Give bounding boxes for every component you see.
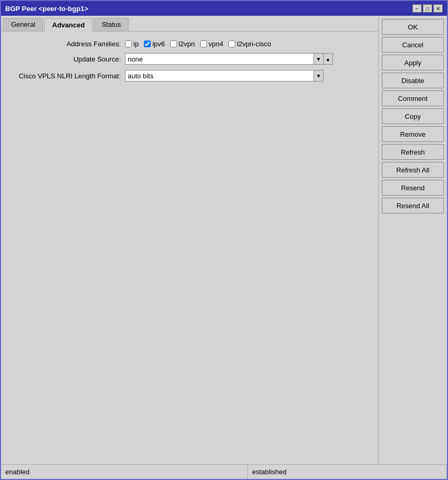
form-area: Address Families: ip ipv6 l2vpn xyxy=(1,32,378,257)
disable-button[interactable]: Disable xyxy=(382,73,444,88)
checkbox-vpn4[interactable]: vpn4 xyxy=(200,40,223,48)
cisco-vpls-row: Cisco VPLS NLRI Length Format: auto bits… xyxy=(5,70,374,81)
right-panel: OK Cancel Apply Disable Comment Copy Rem… xyxy=(379,16,447,464)
refresh-all-button[interactable]: Refresh All xyxy=(382,162,444,178)
checkbox-l2vpn-cisco-input[interactable] xyxy=(228,40,235,47)
cisco-vpls-select[interactable]: auto bits xyxy=(125,70,314,81)
address-families-label: Address Families: xyxy=(5,40,121,48)
status-established-text: established xyxy=(252,468,287,476)
update-source-label: Update Source: xyxy=(5,55,121,63)
refresh-button[interactable]: Refresh xyxy=(382,144,444,160)
content-area xyxy=(1,257,378,465)
status-bar: enabled established xyxy=(1,464,447,479)
update-source-select-wrapper: none ▼ ▲ xyxy=(125,53,333,65)
address-families-row: Address Families: ip ipv6 l2vpn xyxy=(5,40,374,48)
ok-button[interactable]: OK xyxy=(382,19,444,35)
checkbox-ip-input[interactable] xyxy=(125,40,132,47)
main-content: General Advanced Status Address Families… xyxy=(1,16,447,464)
update-source-up-btn[interactable]: ▲ xyxy=(324,53,333,65)
address-families-checkboxes: ip ipv6 l2vpn vpn4 xyxy=(125,40,271,48)
copy-button[interactable]: Copy xyxy=(382,108,444,124)
status-right: established xyxy=(248,465,447,479)
cisco-vpls-select-wrapper: auto bits ▼ xyxy=(125,70,324,81)
apply-button[interactable]: Apply xyxy=(382,55,444,70)
resend-all-button[interactable]: Resend All xyxy=(382,198,444,213)
minimize-button[interactable]: − xyxy=(412,4,422,13)
comment-button[interactable]: Comment xyxy=(382,90,444,106)
main-window: BGP Peer <peer-to-bgp1> − □ ✕ General Ad… xyxy=(0,0,448,480)
left-panel: General Advanced Status Address Families… xyxy=(1,16,379,464)
status-enabled-text: enabled xyxy=(5,468,29,476)
tab-bar: General Advanced Status xyxy=(1,16,378,32)
update-source-select[interactable]: none xyxy=(125,53,314,65)
checkbox-ip[interactable]: ip xyxy=(125,40,139,48)
remove-button[interactable]: Remove xyxy=(382,126,444,142)
maximize-button[interactable]: □ xyxy=(423,4,432,13)
tab-general[interactable]: General xyxy=(3,18,43,31)
checkbox-l2vpn[interactable]: l2vpn xyxy=(170,40,195,48)
cisco-vpls-label: Cisco VPLS NLRI Length Format: xyxy=(5,72,121,80)
tab-advanced[interactable]: Advanced xyxy=(44,18,92,32)
checkbox-vpn4-input[interactable] xyxy=(200,40,207,47)
resend-button[interactable]: Resend xyxy=(382,180,444,196)
update-source-row: Update Source: none ▼ ▲ xyxy=(5,53,374,65)
cisco-vpls-dropdown-btn[interactable]: ▼ xyxy=(314,70,324,81)
checkbox-ipv6-input[interactable] xyxy=(144,40,151,47)
close-button[interactable]: ✕ xyxy=(433,4,443,13)
checkbox-l2vpn-input[interactable] xyxy=(170,40,177,47)
window-title: BGP Peer <peer-to-bgp1> xyxy=(5,5,88,13)
checkbox-l2vpn-cisco[interactable]: l2vpn-cisco xyxy=(228,40,271,48)
cancel-button[interactable]: Cancel xyxy=(382,37,444,53)
status-left: enabled xyxy=(1,465,248,479)
tab-status[interactable]: Status xyxy=(93,18,129,31)
title-bar: BGP Peer <peer-to-bgp1> − □ ✕ xyxy=(1,1,447,16)
checkbox-ipv6[interactable]: ipv6 xyxy=(144,40,165,48)
update-source-dropdown-btn[interactable]: ▼ xyxy=(314,53,324,65)
window-controls: − □ ✕ xyxy=(412,4,443,13)
